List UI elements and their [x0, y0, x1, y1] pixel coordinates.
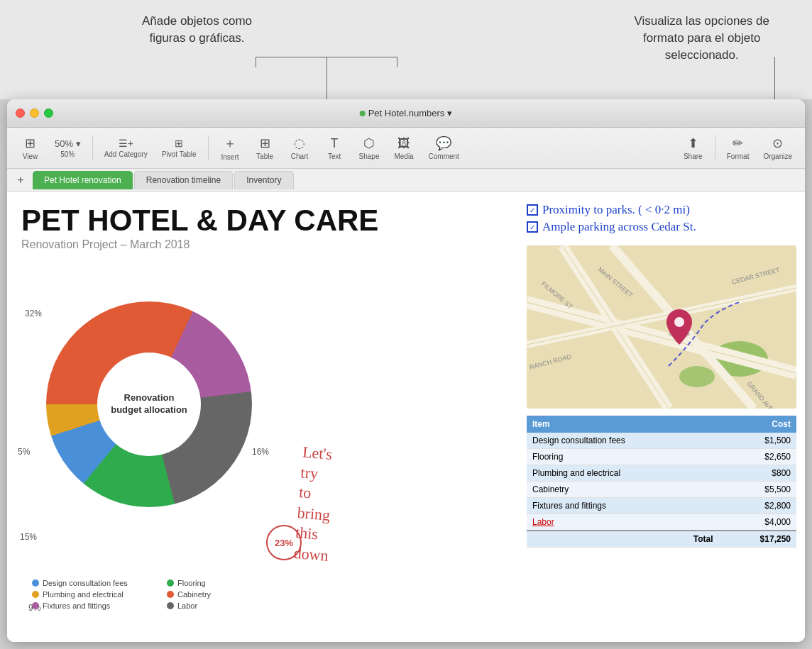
annotation-right: Visualiza las opciones deformato para el… — [634, 13, 769, 63]
table-row: Fixtures and fittings $2,800 — [527, 498, 796, 514]
chart-label-15: 15% — [20, 532, 37, 542]
donut-chart: Renovation budget allocation — [46, 301, 252, 507]
media-button[interactable]: 🖼 Media — [388, 133, 420, 163]
legend-label-fixtures: Fixtures and fittings — [43, 601, 110, 610]
format-button[interactable]: ✏ Format — [721, 133, 755, 163]
annotation-line-left — [327, 57, 327, 99]
zoom-icon: 50% ▾ — [55, 138, 81, 149]
table-cell-item-3: Plumbing and electrical — [527, 465, 719, 482]
svg-rect-0 — [527, 245, 796, 409]
table-cell-item-4: Cabinetry — [527, 482, 719, 498]
legend-item-flooring: Flooring — [167, 579, 287, 587]
legend-label-cabinetry: Cabinetry — [177, 590, 211, 599]
legend-dot-cabinetry — [167, 591, 174, 598]
table-header-cost: Cost — [719, 416, 796, 433]
window-title-chevron: ▾ — [447, 108, 452, 118]
maximize-button[interactable] — [44, 109, 53, 118]
tab-pet-hotel-renovation-label: Pet Hotel renovation — [44, 175, 121, 185]
tab-pet-hotel-renovation[interactable]: Pet Hotel renovation — [33, 171, 133, 189]
text-icon: T — [331, 136, 339, 151]
legend-dot-flooring — [167, 579, 174, 587]
svg-point-16 — [674, 317, 684, 327]
legend-label-plumbing: Plumbing and electrical — [43, 590, 124, 599]
hw-text-2: Ample parking across Cedar St. — [542, 220, 696, 234]
table-row: Design consultation fees $1,500 — [527, 433, 796, 449]
format-label: Format — [727, 152, 750, 160]
table-cell-item-1: Design consultation fees — [527, 433, 719, 449]
toolbar-sep-2 — [208, 135, 209, 160]
view-button[interactable]: ⊞ View — [14, 133, 46, 163]
table-cell-cost-4: $5,500 — [719, 482, 796, 498]
legend-label-design: Design consultation fees — [43, 579, 128, 587]
table-cell-item-5: Fixtures and fittings — [527, 498, 719, 514]
close-button[interactable] — [16, 109, 25, 118]
insert-button[interactable]: ＋ Insert — [214, 132, 246, 164]
view-label: View — [23, 152, 38, 160]
right-panel: ✓ Proximity to parks. ( < 0·2 mi) ✓ Ampl… — [521, 192, 805, 642]
chart-legend: Design consultation fees Flooring Plumbi… — [25, 579, 295, 610]
text-button[interactable]: T Text — [319, 133, 351, 163]
insert-icon: ＋ — [224, 135, 236, 152]
legend-item-cabinetry: Cabinetry — [167, 590, 287, 599]
handwriting-notes: ✓ Proximity to parks. ( < 0·2 mi) ✓ Ampl… — [527, 199, 796, 238]
table-cell-cost-3: $800 — [719, 465, 796, 482]
table-total-value: $17,250 — [719, 531, 796, 548]
add-category-button[interactable]: ☰+ Add Category — [99, 135, 153, 161]
document-subtitle: Renovation Project – March 2018 — [21, 238, 507, 251]
annotation-area: Añade objetos comofiguras o gráficas. Vi… — [0, 0, 812, 99]
shape-icon: ⬡ — [363, 135, 375, 151]
table-row: Flooring $2,650 — [527, 449, 796, 465]
window-title-text: Pet Hotel.numbers — [368, 108, 445, 118]
table-cell-item-6: Labor — [527, 514, 719, 531]
pivot-table-label: Pivot Table — [162, 150, 197, 158]
legend-dot-plumbing — [32, 591, 39, 598]
handwriting-line2: ✓ Ample parking across Cedar St. — [527, 220, 796, 234]
comment-icon: 💬 — [436, 135, 451, 151]
chart-label: Chart — [291, 152, 308, 160]
organize-label: Organize — [763, 152, 792, 160]
map-container: FILMORE ST MAIN STREET CEDAR STREET RANC… — [527, 245, 796, 409]
table-button[interactable]: ⊞ Table — [249, 133, 281, 163]
add-category-icon: ☰+ — [119, 138, 133, 149]
chart-label-32: 32% — [25, 309, 42, 318]
file-status-dot — [360, 111, 366, 116]
table-row: Cabinetry $5,500 — [527, 482, 796, 498]
minimize-button[interactable] — [30, 109, 39, 118]
share-icon: ⬆ — [688, 135, 698, 151]
legend-dot-labor — [167, 602, 174, 609]
legend-item-labor: Labor — [167, 601, 287, 610]
legend-label-flooring: Flooring — [177, 579, 206, 587]
zoom-label: 50% — [60, 150, 75, 158]
pivot-table-icon: ⊞ — [175, 138, 183, 149]
share-button[interactable]: ⬆ Share — [677, 133, 709, 163]
table-header-item: Item — [527, 416, 719, 433]
budget-table: Item Cost Design consultation fees $1,50… — [527, 416, 796, 548]
toolbar: ⊞ View 50% ▾ 50% ☰+ Add Category ⊞ Pivot… — [7, 128, 805, 169]
zoom-button[interactable]: 50% ▾ 50% — [49, 135, 87, 161]
table-cell-cost-1: $1,500 — [719, 433, 796, 449]
table-cell-cost-2: $2,650 — [719, 449, 796, 465]
organize-button[interactable]: ⊙ Organize — [757, 133, 798, 163]
tab-renovation-timeline-label: Renovation timeline — [146, 175, 221, 185]
tab-inventory-label: Inventory — [246, 175, 281, 185]
add-sheet-button[interactable]: + — [13, 172, 28, 188]
comment-button[interactable]: 💬 Comment — [423, 133, 465, 163]
pivot-table-button[interactable]: ⊞ Pivot Table — [156, 135, 202, 161]
table-cell-cost-5: $2,800 — [719, 498, 796, 514]
tab-renovation-timeline[interactable]: Renovation timeline — [134, 171, 233, 189]
tab-inventory[interactable]: Inventory — [234, 171, 293, 189]
sheet-area: PET HOTEL & DAY CARE Renovation Project … — [7, 192, 521, 642]
shape-button[interactable]: ⬡ Shape — [353, 133, 385, 163]
document-title: PET HOTEL & DAY CARE — [21, 206, 507, 235]
checkbox-1[interactable]: ✓ — [527, 204, 538, 216]
checkbox-2[interactable]: ✓ — [527, 221, 538, 233]
chart-center-text: Renovation budget allocation — [110, 392, 188, 416]
table-total-label: Total — [527, 531, 719, 548]
legend-item-fixtures: Fixtures and fittings — [32, 601, 153, 610]
insert-label: Insert — [221, 153, 239, 161]
toolbar-sep-3 — [715, 135, 715, 160]
hw-text-1: Proximity to parks. ( < 0·2 mi) — [542, 203, 690, 217]
chart-button[interactable]: ◌ Chart — [284, 133, 316, 163]
main-window: Pet Hotel.numbers ▾ ⊞ View 50% ▾ 50% ☰+ … — [7, 99, 805, 642]
add-category-label: Add Category — [104, 150, 148, 158]
